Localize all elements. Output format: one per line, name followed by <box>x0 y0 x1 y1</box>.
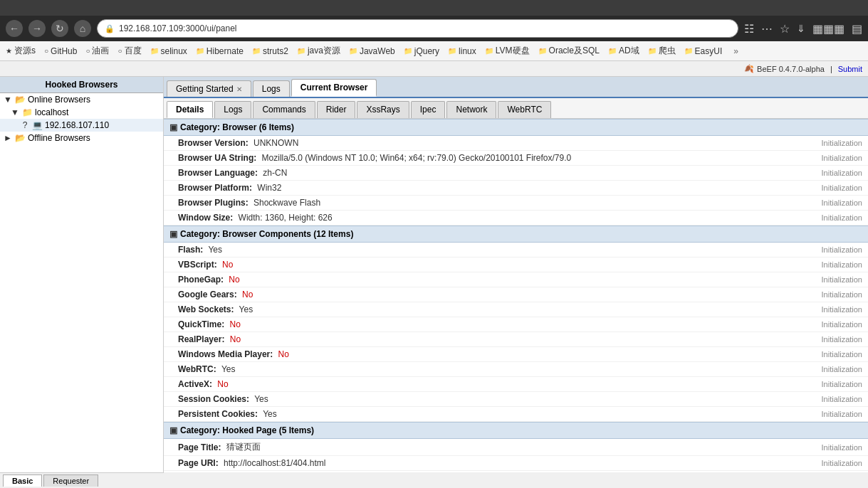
detail-value-1-0: Yes <box>206 245 807 255</box>
toggle-offline[interactable]: ► <box>3 133 13 143</box>
detail-row-1-0: Flash: Yes Initialization <box>164 243 868 258</box>
detail-row-1-9: ActiveX: No Initialization <box>164 377 868 392</box>
address-bar-container: ← → ↻ ⌂ 🔒 192.168.107.109:3000/ui/panel … <box>0 16 868 41</box>
bookmark-ad[interactable]: 📁 AD域 <box>608 45 639 57</box>
detail-value-1-11: Yes <box>261 409 807 419</box>
sidebar-item-localhost[interactable]: ▼ 📁 localhost <box>0 106 163 119</box>
bookmark-youhua[interactable]: ○ 油画 <box>85 45 109 57</box>
bookmark-linux[interactable]: 📁 linux <box>448 46 476 56</box>
detail-status-2-1: Initialization <box>807 459 862 467</box>
submit-link[interactable]: Submit <box>838 65 862 73</box>
home-button[interactable]: ⌂ <box>74 20 91 37</box>
tab-current-browser[interactable]: Current Browser <box>291 79 377 97</box>
separator: | <box>830 65 832 73</box>
bookmark-struts2[interactable]: 📁 struts2 <box>252 46 288 56</box>
bookmark-ziyuan[interactable]: ★ 资源s <box>6 45 36 57</box>
more-icon[interactable]: ⋯ <box>761 22 773 36</box>
category-header-1[interactable]: ▣ Category: Browser Components (12 Items… <box>164 226 868 243</box>
detail-tab-ipec[interactable]: Ipec <box>411 101 446 118</box>
detail-label-1-6: RealPlayer: <box>178 334 224 344</box>
detail-label-1-2: PhoneGap: <box>178 275 224 285</box>
category-header-0[interactable]: ▣ Category: Browser (6 Items) <box>164 119 868 136</box>
category-toggle-1[interactable]: ▣ <box>169 229 177 239</box>
detail-label-1-4: Web Sockets: <box>178 304 234 314</box>
detail-value-1-3: No <box>240 290 807 299</box>
forward-button[interactable]: → <box>28 20 46 37</box>
toggle-online[interactable]: ▼ <box>3 95 13 105</box>
bookmark-baidu[interactable]: ○ 百度 <box>117 45 141 57</box>
detail-status-1-2: Initialization <box>807 275 862 284</box>
bookmark-jquery[interactable]: 📁 jQuery <box>404 46 439 56</box>
bookmark-selinux[interactable]: 📁 selinux <box>150 46 187 56</box>
bookmark-folder-easyui: 📁 <box>684 47 693 55</box>
detail-row-1-2: PhoneGap: No Initialization <box>164 272 868 287</box>
tab-logs[interactable]: Logs <box>253 80 290 97</box>
detail-tab-commands[interactable]: Commands <box>253 101 315 118</box>
detail-status-2-0: Initialization <box>807 443 862 452</box>
lock-icon: 🔒 <box>105 24 115 33</box>
detail-status-0-3: Initialization <box>807 184 862 192</box>
bookmark-icon-ziyuan: ★ <box>6 47 12 55</box>
getting-started-label: Getting Started <box>176 84 234 94</box>
detail-status-1-0: Initialization <box>807 245 862 254</box>
sidebar: Hooked Browsers ▼ 📂 Online Browsers ▼ 📁 … <box>0 77 164 472</box>
detail-status-1-11: Initialization <box>807 410 862 418</box>
download-icon[interactable]: ⇓ <box>797 23 805 34</box>
bookmark-folder-oracle: 📁 <box>538 47 547 55</box>
detail-label-1-1: VBScript: <box>178 260 217 270</box>
bookmark-pachong[interactable]: 📁 爬虫 <box>648 45 676 57</box>
address-bar[interactable]: 🔒 192.168.107.109:3000/ui/panel <box>97 19 738 38</box>
star-icon[interactable]: ☆ <box>780 22 790 36</box>
details-content: ▣ Category: Browser (6 Items) Browser Ve… <box>164 119 868 472</box>
bookmark-folder-selinux: 📁 <box>150 47 159 55</box>
detail-label-0-4: Browser Plugins: <box>178 198 249 208</box>
detail-label-0-0: Browser Version: <box>178 138 249 148</box>
detail-row-2-2: Page Referrer: Unknown Initialization <box>164 471 868 472</box>
bookmark-folder-pachong: 📁 <box>648 47 657 55</box>
detail-tab-webrtc[interactable]: WebRTC <box>498 101 551 118</box>
detail-tab-logs[interactable]: Logs <box>214 101 251 118</box>
detail-row-1-10: Session Cookies: Yes Initialization <box>164 392 868 407</box>
detail-status-1-7: Initialization <box>807 350 862 359</box>
more-bookmarks-icon[interactable]: » <box>733 46 738 56</box>
menu-icon[interactable]: ▤ <box>852 22 862 36</box>
bookmark-github[interactable]: ○ GitHub <box>44 46 77 56</box>
category-toggle-0[interactable]: ▣ <box>169 122 177 132</box>
detail-label-1-7: Windows Media Player: <box>178 349 273 359</box>
bookmark-hibernate[interactable]: 📁 Hibernate <box>196 46 244 56</box>
bookmark-javaweb[interactable]: 📁 JavaWeb <box>349 46 395 56</box>
detail-row-0-3: Browser Platform: Win32 Initialization <box>164 181 868 196</box>
tab-close-getting-started[interactable]: ✕ <box>236 85 242 93</box>
detail-tab-network[interactable]: Network <box>446 101 496 118</box>
browser-chrome <box>0 0 868 16</box>
beef-icon: 🍂 <box>744 64 754 73</box>
sidebar-item-online-browsers[interactable]: ▼ 📂 Online Browsers <box>0 93 163 106</box>
detail-status-1-3: Initialization <box>807 290 862 299</box>
detail-value-0-4: Shockwave Flash <box>251 198 807 208</box>
bookmark-oracle[interactable]: 📁 Oracle及SQL <box>538 45 600 57</box>
main-layout: Hooked Browsers ▼ 📂 Online Browsers ▼ 📁 … <box>0 77 868 472</box>
back-button[interactable]: ← <box>6 20 23 37</box>
bookmark-folder-lvm: 📁 <box>485 47 493 55</box>
grid-icon[interactable]: ☷ <box>744 22 754 36</box>
detail-status-0-5: Initialization <box>807 213 862 222</box>
detail-tab-details[interactable]: Details <box>167 101 213 118</box>
sidebar-item-ip[interactable]: ? 💻 192.168.107.110 <box>0 119 163 132</box>
detail-row-0-4: Browser Plugins: Shockwave Flash Initial… <box>164 196 868 211</box>
category-toggle-2[interactable]: ▣ <box>169 425 177 435</box>
detail-row-1-11: Persistent Cookies: Yes Initialization <box>164 407 868 422</box>
bookmark-javaziyuan[interactable]: 📁 java资源 <box>297 45 340 57</box>
refresh-button[interactable]: ↻ <box>51 20 68 37</box>
bookmarks-bar: ★ 资源s ○ GitHub ○ 油画 ○ 百度 📁 selinux 📁 Hib… <box>0 41 868 61</box>
detail-tab-xssrays[interactable]: XssRays <box>357 101 409 118</box>
sidebar-item-offline-browsers[interactable]: ► 📂 Offline Browsers <box>0 132 163 144</box>
category-header-2[interactable]: ▣ Category: Hooked Page (5 Items) <box>164 422 868 439</box>
bookmark-easyui[interactable]: 📁 EasyUI <box>684 46 723 56</box>
bookmark-lvm[interactable]: 📁 LVM硬盘 <box>485 45 530 57</box>
tab-getting-started[interactable]: Getting Started ✕ <box>167 80 251 97</box>
bookmark-folder-struts2: 📁 <box>252 47 261 55</box>
detail-label-0-5: Window Size: <box>178 213 233 223</box>
toggle-localhost[interactable]: ▼ <box>10 107 20 117</box>
detail-status-0-4: Initialization <box>807 198 862 207</box>
detail-tab-rider[interactable]: Rider <box>317 101 356 118</box>
